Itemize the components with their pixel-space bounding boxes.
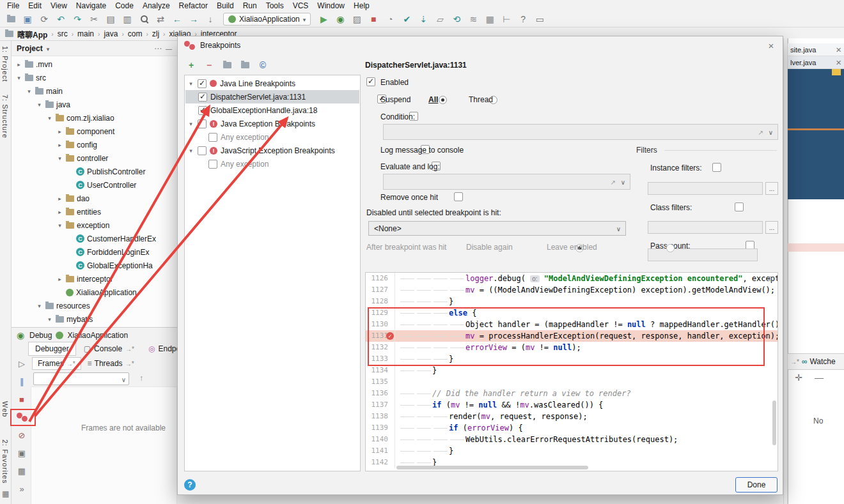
enabled-checkbox[interactable] [366, 77, 375, 86]
open-icon[interactable] [4, 13, 18, 26]
expand-icon[interactable] [758, 128, 763, 137]
tab-frames[interactable]: Frames [32, 357, 81, 370]
resume-icon[interactable]: ▷ [14, 356, 29, 371]
remove-once-checkbox[interactable] [454, 192, 463, 201]
project-tree-item[interactable]: ▾controller [12, 151, 177, 165]
menu-item-view[interactable]: View [46, 1, 72, 11]
gutter-line-number[interactable]: 1130 [366, 319, 395, 330]
done-button[interactable]: Done [735, 477, 778, 493]
tree-expand-arrow[interactable]: ▾ [46, 115, 53, 121]
tool-button-project[interactable]: 1: Project [1, 46, 9, 82]
breakpoint-tree-item[interactable]: DispatcherServlet.java:1131 [185, 90, 359, 103]
project-tree-item[interactable]: CUserController [12, 178, 177, 192]
gutter-line-number[interactable]: 1129 [366, 307, 395, 319]
tab-console[interactable]: Console [77, 342, 141, 356]
tree-expand-arrow[interactable]: ▸ [56, 128, 63, 135]
breakpoint-tree-item[interactable]: ▾!JavaScript Exception Breakpoints [185, 144, 359, 157]
redo-icon[interactable]: ↷ [70, 13, 84, 26]
breadcrumb-item[interactable]: zlj [152, 29, 159, 38]
help-button[interactable] [184, 479, 196, 491]
evaluate-field[interactable] [383, 174, 630, 190]
run-config-select[interactable]: XialiaoApplication [223, 13, 311, 26]
debug-stop-icon[interactable]: ■ [14, 392, 29, 407]
screenshot-icon[interactable]: ▣ [14, 445, 29, 461]
class-filters-browse-button[interactable]: ... [765, 221, 778, 234]
breakpoint-tree-item[interactable]: GlobalExceptionHandle.java:18 [185, 103, 359, 117]
tree-expand-arrow[interactable]: ▸ [56, 276, 63, 282]
group-by-file-icon[interactable] [221, 59, 233, 71]
project-tree-item[interactable]: ▾src [12, 71, 177, 84]
menu-item-tools[interactable]: Tools [262, 1, 288, 11]
pause-icon[interactable]: ∥ [14, 374, 29, 389]
project-tree-item[interactable]: ▸interceptor [12, 272, 177, 286]
project-tree-item[interactable]: ▸dao [12, 192, 177, 205]
chevron-down-icon[interactable] [769, 128, 773, 137]
instance-filters-input[interactable] [648, 182, 763, 195]
profiler-icon[interactable]: ◔ [383, 13, 397, 26]
step-down-icon[interactable]: ↓ [203, 13, 217, 26]
disabled-until-select[interactable]: <None> [368, 221, 626, 236]
breakpoint-checkbox[interactable] [198, 79, 207, 88]
breakpoint-checkbox[interactable] [198, 146, 207, 155]
menu-item-navigate[interactable]: Navigate [72, 1, 111, 11]
instance-filters-browse-button[interactable]: ... [765, 182, 778, 195]
thread-select[interactable] [33, 372, 129, 385]
breadcrumb-item[interactable]: java [104, 29, 118, 38]
breakpoint-tree-item[interactable]: Any exception [185, 157, 359, 171]
tree-expand-arrow[interactable]: ▾ [26, 88, 33, 95]
breakpoint-checkbox[interactable] [208, 133, 217, 142]
breakpoint-checkbox[interactable] [208, 160, 217, 169]
instance-filters-checkbox[interactable] [712, 163, 721, 172]
table-icon[interactable]: ▦ [483, 13, 497, 26]
editor-tab[interactable]: site.java [788, 43, 844, 56]
terminal-icon[interactable]: ▭ [533, 13, 547, 26]
breakpoint-tree-item[interactable]: Any exception [185, 130, 359, 144]
update-icon[interactable]: ⇣ [416, 13, 430, 26]
menu-item-analyze[interactable]: Analyze [138, 1, 175, 11]
view-breakpoints-icon[interactable] [14, 409, 29, 425]
project-tree-item[interactable]: ▾java [12, 98, 177, 111]
menu-item-refactor[interactable]: Refactor [175, 1, 212, 11]
breakpoint-checkbox[interactable] [198, 93, 207, 102]
gutter-line-number[interactable]: 1140 [366, 434, 395, 445]
project-tree-item[interactable]: CCustomerHandlerEx [12, 232, 177, 245]
breadcrumb-item[interactable]: 瞎聊App [17, 29, 47, 40]
tree-expand-arrow[interactable]: ▾ [15, 75, 22, 81]
tree-expand-arrow[interactable]: ▸ [56, 209, 63, 215]
project-tree-item[interactable]: ▸entities [12, 205, 177, 218]
tree-expand-arrow[interactable]: ▸ [56, 195, 63, 202]
horizontal-scrollbar[interactable] [396, 466, 588, 470]
vertical-scrollbar[interactable] [772, 401, 776, 445]
copy-icon[interactable]: ▤ [104, 13, 118, 26]
tool-button-structure[interactable]: 7: Structure [1, 95, 9, 139]
tree-expand-arrow[interactable]: ▸ [15, 61, 22, 68]
frame-up-icon[interactable] [139, 374, 143, 383]
gutter-line-number[interactable]: 1137 [366, 399, 395, 411]
more-icon[interactable]: » [14, 481, 29, 496]
gutter-line-number[interactable]: 1139 [366, 422, 395, 434]
stash-icon[interactable]: ≋ [466, 13, 480, 26]
suspend-all-radio[interactable] [439, 96, 447, 104]
menu-item-window[interactable]: Window [313, 1, 349, 11]
soft-wrap-icon[interactable] [768, 274, 772, 283]
breakpoint-tree-item[interactable]: ▾!Java Exception Breakpoints [185, 117, 359, 130]
back-icon[interactable]: ← [170, 13, 184, 26]
project-tree-item[interactable]: ▾resources [12, 299, 177, 312]
menu-item-vcs[interactable]: VCS [288, 1, 313, 11]
gutter-line-number[interactable]: 1133 [366, 353, 395, 365]
project-tree-item[interactable]: CGlobalExceptionHa [12, 259, 177, 272]
tree-expand-arrow[interactable]: ▾ [46, 316, 53, 323]
gutter-line-number[interactable]: 1141 [366, 445, 395, 457]
menu-item-help[interactable]: Help [349, 1, 374, 11]
menu-item-run[interactable]: Run [238, 1, 262, 11]
ruler-icon[interactable]: ⊢ [499, 13, 513, 26]
menu-item-file[interactable]: File [3, 1, 24, 11]
tree-expand-arrow[interactable]: ▾ [36, 303, 43, 309]
save-icon[interactable]: ▣ [20, 13, 35, 26]
tab-threads[interactable]: Threads [82, 357, 139, 370]
gutter-line-number[interactable]: 1142 [366, 457, 395, 468]
rollback-icon[interactable]: ⟲ [449, 13, 464, 26]
group-by-package-icon[interactable]: © [257, 59, 269, 71]
tree-expand-arrow[interactable]: ▾ [56, 222, 63, 229]
tree-expand-arrow[interactable]: ▾ [36, 102, 43, 108]
